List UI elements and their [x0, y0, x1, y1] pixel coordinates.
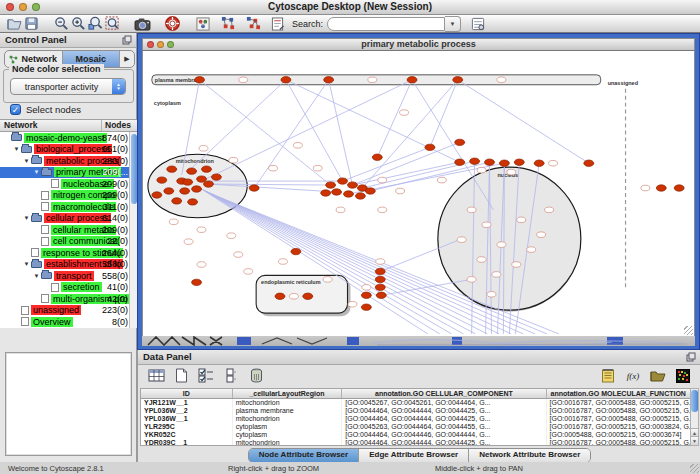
network-node-unselected[interactable]: [487, 292, 496, 298]
network-edge[interactable]: [254, 80, 328, 188]
network-node[interactable]: [275, 293, 285, 299]
float-panel-icon[interactable]: [686, 352, 696, 362]
tree-row[interactable]: ▼biological_process651(0): [0, 144, 137, 156]
network-edge[interactable]: [329, 80, 353, 185]
network-node-unselected[interactable]: [313, 165, 322, 171]
table-row[interactable]: YPL036W__1mitochondrion[GO:0044464, GO:0…: [141, 415, 691, 423]
tree-row[interactable]: ▼cellular process614(0): [0, 213, 137, 225]
table-icon[interactable]: [146, 366, 166, 385]
network-node-unselected[interactable]: [169, 219, 178, 225]
network-node[interactable]: [455, 139, 465, 145]
network-node-unselected[interactable]: [467, 277, 476, 283]
view-close-button[interactable]: [147, 41, 154, 48]
tree-row[interactable]: ▼metabolic process280(0): [0, 155, 137, 167]
network-node[interactable]: [180, 188, 190, 194]
heatmap-icon[interactable]: [673, 366, 693, 385]
network-node-unselected[interactable]: [197, 227, 206, 233]
network-node-unselected[interactable]: [396, 188, 405, 194]
network-node[interactable]: [332, 189, 342, 195]
tree-row[interactable]: Overview8(0): [0, 316, 137, 328]
network-edge[interactable]: [192, 80, 286, 168]
tree-row[interactable]: nucleobase-209(0): [0, 178, 137, 190]
tree-column-network[interactable]: Network: [0, 120, 102, 131]
network-node-unselected[interactable]: [549, 160, 558, 166]
network-node[interactable]: [584, 160, 594, 166]
network-node[interactable]: [291, 248, 301, 254]
network-node-unselected[interactable]: [368, 77, 377, 83]
network-node[interactable]: [376, 292, 386, 298]
network-node-unselected[interactable]: [184, 239, 193, 245]
zoom-in-icon[interactable]: [70, 16, 87, 32]
attribute-table-header[interactable]: ID_cellularLayoutRegionannotation.GO CEL…: [141, 389, 691, 399]
network-node[interactable]: [204, 181, 214, 187]
birds-eye-view-panel[interactable]: [5, 352, 132, 456]
network-node[interactable]: [534, 160, 544, 166]
view-zoom-button[interactable]: [167, 41, 174, 48]
network-node-unselected[interactable]: [289, 293, 298, 299]
network-node-unselected[interactable]: [537, 232, 546, 238]
network-node-unselected[interactable]: [477, 257, 486, 263]
snapshot-icon[interactable]: [134, 16, 151, 32]
table-row[interactable]: YJR121W__1mitochondrion[GO:0045267, GO:0…: [141, 399, 691, 407]
configure-search-icon[interactable]: [469, 16, 486, 32]
network-node[interactable]: [183, 179, 193, 185]
network-node[interactable]: [372, 154, 382, 160]
view-resize-grip[interactable]: [684, 326, 693, 335]
tree-scrollbar[interactable]: [129, 132, 137, 328]
network-node[interactable]: [164, 188, 174, 194]
network-node[interactable]: [211, 174, 221, 180]
network-node[interactable]: [324, 77, 334, 83]
annotation-icon[interactable]: [269, 16, 286, 32]
network-node-unselected[interactable]: [492, 272, 501, 278]
help-icon[interactable]: [164, 16, 181, 32]
zoom-window-button[interactable]: [32, 3, 40, 11]
search-input[interactable]: [327, 17, 445, 31]
network-node[interactable]: [157, 177, 167, 183]
network-node[interactable]: [361, 292, 371, 298]
tab-overflow-arrow[interactable]: ▶: [120, 51, 134, 67]
tree-expand-icon[interactable]: ▼: [32, 273, 41, 279]
tree-row[interactable]: multi-organism pro42(0): [0, 293, 137, 305]
network-node-unselected[interactable]: [348, 301, 357, 307]
network-node[interactable]: [348, 182, 358, 188]
table-column-header[interactable]: _cellularLayoutRegion: [233, 389, 343, 398]
network-node-unselected[interactable]: [482, 222, 491, 228]
table-row[interactable]: YKR052Ccytoplasm[GO:0044464, GO:0044446,…: [141, 431, 691, 439]
tree-expand-icon[interactable]: ▼: [22, 215, 31, 221]
network-node[interactable]: [425, 144, 435, 150]
network-node[interactable]: [321, 190, 331, 196]
vizmapper-icon[interactable]: [194, 16, 211, 32]
network-node-unselected[interactable]: [507, 169, 516, 175]
network-node-unselected[interactable]: [234, 252, 243, 258]
function-icon[interactable]: f(x): [623, 366, 643, 385]
float-panel-icon[interactable]: [122, 35, 132, 45]
network-node-unselected[interactable]: [378, 207, 387, 213]
tree-expand-icon[interactable]: ▼: [12, 146, 21, 152]
close-button[interactable]: [6, 3, 14, 11]
network-node[interactable]: [249, 185, 259, 191]
table-row[interactable]: YPL036W__2plasma membrane[GO:0044464, GO…: [141, 407, 691, 415]
zoom-selected-icon[interactable]: [87, 16, 104, 32]
network-node[interactable]: [514, 159, 524, 165]
network-node[interactable]: [344, 191, 354, 197]
tree-row[interactable]: secretion41(0): [0, 282, 137, 294]
network-node[interactable]: [485, 159, 495, 165]
table-column-header[interactable]: ID: [141, 389, 233, 398]
network-edge[interactable]: [430, 80, 458, 148]
network-edge[interactable]: [458, 80, 589, 163]
tree-row[interactable]: cellular metabo209(0): [0, 224, 137, 236]
view-minimize-button[interactable]: [157, 41, 164, 48]
tree-row[interactable]: ▼establishment of lo558(0): [0, 259, 137, 271]
network-node-unselected[interactable]: [376, 259, 385, 265]
delete-attribute-icon[interactable]: [246, 366, 266, 385]
network-node[interactable]: [375, 284, 385, 290]
network-node[interactable]: [355, 193, 365, 199]
network-node[interactable]: [303, 293, 313, 299]
import-folder-icon[interactable]: [648, 366, 668, 385]
network-node-unselected[interactable]: [497, 242, 506, 248]
network-node-unselected[interactable]: [199, 146, 208, 152]
network-node[interactable]: [656, 185, 666, 191]
network-node-unselected[interactable]: [517, 217, 526, 223]
network-edge[interactable]: [362, 80, 457, 188]
network-node[interactable]: [152, 192, 162, 198]
